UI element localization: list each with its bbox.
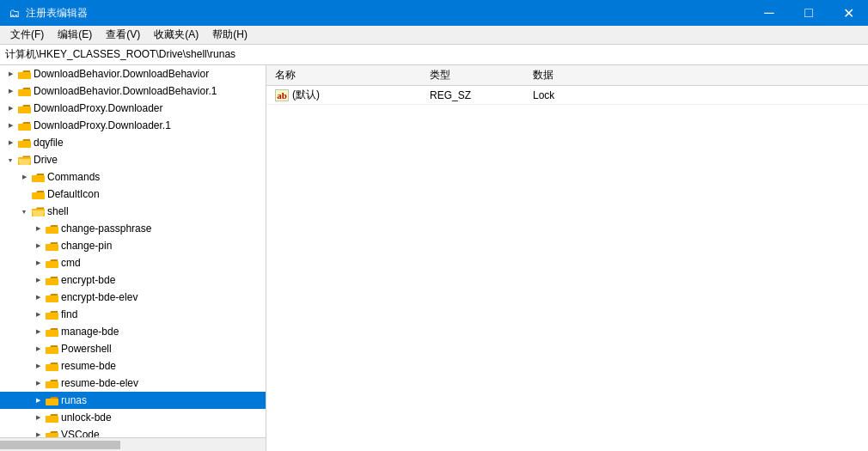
tree-expander[interactable]: ▶ — [3, 119, 17, 132]
tree-item[interactable]: ▶ dqyfile — [0, 134, 266, 151]
tree-item[interactable]: ▶ change-pin — [0, 237, 266, 254]
tree-item[interactable]: ▶ Commands — [0, 168, 266, 186]
tree-item[interactable]: ▶ change-passphrase — [0, 220, 266, 237]
svg-rect-14 — [46, 313, 58, 320]
tree-expander[interactable]: ▶ — [3, 136, 17, 149]
folder-icon — [17, 136, 31, 149]
tree-label: DownloadBehavior.DownloadBehavior — [34, 68, 209, 80]
minimize-button[interactable]: ─ — [749, 0, 789, 26]
title-bar-left: 🗂 注册表编辑器 — [7, 6, 88, 21]
menu-item[interactable]: 查看(V) — [99, 26, 147, 44]
folder-icon — [45, 273, 58, 287]
tree-item[interactable]: ▶ unlock-bde — [0, 409, 266, 426]
tree-item[interactable]: ▶ resume-bde — [0, 357, 266, 375]
tree-label: change-passphrase — [61, 222, 151, 235]
tree-label: cmd — [61, 257, 81, 269]
tree-expander[interactable]: ▶ — [31, 290, 45, 304]
app-icon: 🗂 — [7, 6, 21, 20]
tree-item[interactable]: ▶ manage-bde — [0, 323, 266, 340]
folder-icon — [31, 170, 45, 184]
tree-label: DownloadBehavior.DownloadBehavior.1 — [34, 85, 217, 97]
address-bar: 计算机\HKEY_CLASSES_ROOT\Drive\shell\runas — [0, 45, 868, 65]
tree-item[interactable]: ▶ resume-bde-elev — [0, 375, 266, 392]
col-type-header: 类型 — [430, 68, 533, 82]
tree-expander[interactable]: ▶ — [31, 376, 45, 390]
title-bar-controls: ─ □ ✕ — [749, 0, 868, 26]
menu-bar: 文件(F)编辑(E)查看(V)收藏夹(A)帮助(H) — [0, 26, 868, 45]
tree-item[interactable]: ▶ DownloadProxy.Downloader.1 — [0, 117, 266, 134]
tree-label: change-pin — [61, 240, 112, 252]
horizontal-scrollbar[interactable] — [0, 437, 266, 451]
folder-icon — [17, 153, 31, 167]
tree-item[interactable]: ▶ DownloadBehavior.DownloadBehavior — [0, 65, 266, 82]
tree-item[interactable]: ▼ shell — [0, 203, 266, 220]
tree-item[interactable]: ▶ find — [0, 306, 266, 323]
maximize-button[interactable]: □ — [789, 0, 828, 26]
detail-panel: 名称 类型 数据 ab(默认)REG_SZLock — [266, 65, 868, 451]
tree-expander[interactable]: ▶ — [31, 428, 45, 437]
tree-label: shell — [47, 205, 69, 217]
tree-expander[interactable]: ▶ — [31, 325, 45, 338]
tree-label: find — [61, 308, 77, 320]
svg-rect-4 — [18, 141, 31, 148]
tree-expander[interactable]: ▶ — [31, 222, 45, 235]
tree-item[interactable]: ▶ encrypt-bde-elev — [0, 289, 266, 306]
svg-rect-0 — [18, 72, 31, 79]
detail-header: 名称 类型 数据 — [266, 65, 868, 86]
svg-rect-12 — [46, 278, 58, 285]
menu-item[interactable]: 编辑(E) — [51, 26, 99, 44]
tree-label: manage-bde — [61, 326, 119, 338]
tree-label: Powershell — [61, 343, 112, 355]
menu-item[interactable]: 收藏夹(A) — [147, 26, 205, 44]
folder-icon — [45, 222, 58, 235]
tree-item[interactable]: ▶ DownloadProxy.Downloader — [0, 100, 266, 117]
tree-expander[interactable]: ▶ — [31, 393, 45, 407]
tree-expander[interactable]: ▶ — [3, 84, 17, 98]
folder-icon — [45, 342, 58, 356]
tree-item[interactable]: DefaultIcon — [0, 186, 266, 203]
tree-item[interactable]: ▶ runas — [0, 392, 266, 409]
tree-label: encrypt-bde — [61, 274, 115, 286]
tree-expander[interactable]: ▼ — [17, 204, 31, 218]
menu-item[interactable]: 文件(F) — [3, 26, 51, 44]
col-name-header: 名称 — [275, 68, 430, 82]
svg-rect-3 — [18, 124, 31, 131]
tree-expander — [17, 187, 31, 201]
main-content: ▶ DownloadBehavior.DownloadBehavior▶ Dow… — [0, 65, 868, 451]
tree-item[interactable]: ▼ Drive — [0, 151, 266, 168]
tree-expander[interactable]: ▶ — [3, 101, 17, 115]
tree-item[interactable]: ▶ VSCode — [0, 426, 266, 437]
table-row[interactable]: ab(默认)REG_SZLock — [266, 86, 868, 105]
folder-icon — [45, 393, 58, 407]
tree-expander[interactable]: ▶ — [31, 239, 45, 253]
menu-item[interactable]: 帮助(H) — [205, 26, 254, 44]
tree-label: DefaultIcon — [47, 188, 100, 200]
folder-icon — [45, 376, 58, 390]
svg-rect-10 — [46, 244, 58, 251]
tree-expander[interactable]: ▶ — [17, 170, 31, 184]
svg-rect-2 — [18, 107, 31, 113]
tree-item[interactable]: ▶ Powershell — [0, 340, 266, 357]
close-button[interactable]: ✕ — [828, 0, 868, 26]
reg-value-icon: ab — [275, 89, 289, 101]
tree-expander[interactable]: ▶ — [31, 411, 45, 424]
tree-expander[interactable]: ▶ — [31, 256, 45, 270]
detail-name-cell: ab(默认) — [275, 88, 430, 102]
tree-expander[interactable]: ▶ — [31, 308, 45, 321]
tree-item[interactable]: ▶ encrypt-bde — [0, 271, 266, 289]
tree-expander[interactable]: ▶ — [31, 273, 45, 287]
folder-icon — [17, 84, 31, 98]
folder-icon — [45, 239, 58, 253]
tree-label: Drive — [34, 154, 58, 166]
tree-expander[interactable]: ▶ — [3, 67, 17, 81]
tree-item[interactable]: ▶ cmd — [0, 254, 266, 271]
tree-item[interactable]: ▶ DownloadBehavior.DownloadBehavior.1 — [0, 82, 266, 100]
tree-expander[interactable]: ▶ — [31, 342, 45, 356]
tree-expander[interactable]: ▼ — [3, 153, 17, 167]
folder-icon — [45, 359, 58, 373]
tree-expander[interactable]: ▶ — [31, 359, 45, 373]
folder-icon — [31, 204, 45, 218]
tree-scroll[interactable]: ▶ DownloadBehavior.DownloadBehavior▶ Dow… — [0, 65, 266, 437]
svg-rect-19 — [46, 399, 58, 405]
svg-rect-1 — [18, 89, 31, 96]
